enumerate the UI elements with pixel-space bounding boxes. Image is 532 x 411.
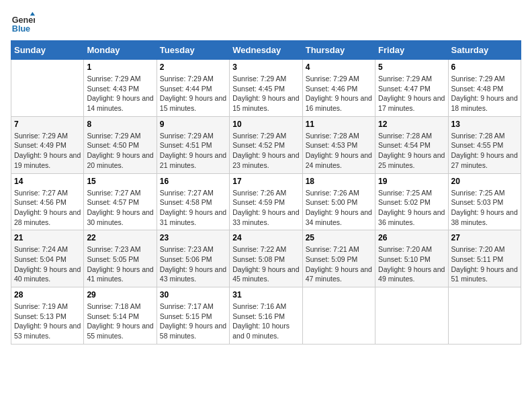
header-cell-tuesday: Tuesday xyxy=(157,41,229,60)
calendar-cell: 9Sunrise: 7:29 AMSunset: 4:51 PMDaylight… xyxy=(157,116,229,173)
calendar-cell xyxy=(11,60,84,117)
day-number: 16 xyxy=(160,177,226,186)
day-number: 22 xyxy=(87,233,153,242)
calendar-cell: 29Sunrise: 7:18 AMSunset: 5:14 PMDayligh… xyxy=(84,287,157,345)
calendar-cell: 2Sunrise: 7:29 AMSunset: 4:44 PMDaylight… xyxy=(157,60,229,117)
calendar-cell: 30Sunrise: 7:17 AMSunset: 5:15 PMDayligh… xyxy=(157,287,229,345)
day-info: Sunrise: 7:25 AMSunset: 5:02 PMDaylight:… xyxy=(378,188,445,228)
calendar-cell: 6Sunrise: 7:29 AMSunset: 4:48 PMDaylight… xyxy=(448,60,521,117)
calendar-cell: 25Sunrise: 7:21 AMSunset: 5:09 PMDayligh… xyxy=(302,230,375,287)
svg-text:Blue: Blue xyxy=(12,24,30,34)
day-info: Sunrise: 7:27 AMSunset: 4:57 PMDaylight:… xyxy=(87,188,153,228)
day-number: 3 xyxy=(232,62,299,72)
day-info: Sunrise: 7:29 AMSunset: 4:51 PMDaylight:… xyxy=(160,131,226,171)
day-info: Sunrise: 7:22 AMSunset: 5:08 PMDaylight:… xyxy=(232,244,299,284)
header-cell-monday: Monday xyxy=(84,41,157,60)
day-info: Sunrise: 7:23 AMSunset: 5:06 PMDaylight:… xyxy=(160,244,226,284)
day-info: Sunrise: 7:29 AMSunset: 4:46 PMDaylight:… xyxy=(306,74,372,113)
day-info: Sunrise: 7:16 AMSunset: 5:16 PMDaylight:… xyxy=(232,302,299,341)
day-number: 25 xyxy=(306,233,372,242)
calendar-cell: 24Sunrise: 7:22 AMSunset: 5:08 PMDayligh… xyxy=(230,230,302,287)
day-number: 14 xyxy=(14,177,81,186)
day-number: 27 xyxy=(451,233,518,242)
day-number: 19 xyxy=(378,177,445,186)
calendar-cell: 20Sunrise: 7:25 AMSunset: 5:03 PMDayligh… xyxy=(448,173,521,230)
day-info: Sunrise: 7:28 AMSunset: 4:55 PMDaylight:… xyxy=(451,131,518,171)
calendar-cell: 19Sunrise: 7:25 AMSunset: 5:02 PMDayligh… xyxy=(375,173,448,230)
day-info: Sunrise: 7:20 AMSunset: 5:10 PMDaylight:… xyxy=(378,244,445,284)
calendar-week-1: 1Sunrise: 7:29 AMSunset: 4:43 PMDaylight… xyxy=(11,60,521,117)
day-number: 15 xyxy=(87,177,153,186)
calendar-cell xyxy=(448,287,521,345)
day-info: Sunrise: 7:29 AMSunset: 4:43 PMDaylight:… xyxy=(87,74,153,113)
calendar-cell: 13Sunrise: 7:28 AMSunset: 4:55 PMDayligh… xyxy=(448,116,521,173)
day-info: Sunrise: 7:29 AMSunset: 4:49 PMDaylight:… xyxy=(14,131,81,171)
calendar-header: SundayMondayTuesdayWednesdayThursdayFrid… xyxy=(11,41,521,60)
page-header: General Blue xyxy=(11,11,521,35)
day-info: Sunrise: 7:26 AMSunset: 5:00 PMDaylight:… xyxy=(306,188,372,228)
calendar-cell: 1Sunrise: 7:29 AMSunset: 4:43 PMDaylight… xyxy=(84,60,157,117)
calendar-cell: 4Sunrise: 7:29 AMSunset: 4:46 PMDaylight… xyxy=(302,60,375,117)
day-number: 6 xyxy=(451,62,518,72)
logo: General Blue xyxy=(11,11,38,35)
day-info: Sunrise: 7:27 AMSunset: 4:56 PMDaylight:… xyxy=(14,188,81,228)
day-info: Sunrise: 7:29 AMSunset: 4:47 PMDaylight:… xyxy=(378,74,445,113)
header-cell-saturday: Saturday xyxy=(448,41,521,60)
day-number: 23 xyxy=(160,233,226,242)
day-info: Sunrise: 7:29 AMSunset: 4:45 PMDaylight:… xyxy=(232,74,299,113)
day-info: Sunrise: 7:19 AMSunset: 5:13 PMDaylight:… xyxy=(14,302,81,341)
header-cell-wednesday: Wednesday xyxy=(230,41,302,60)
calendar-week-4: 21Sunrise: 7:24 AMSunset: 5:04 PMDayligh… xyxy=(11,230,521,287)
calendar-cell: 23Sunrise: 7:23 AMSunset: 5:06 PMDayligh… xyxy=(157,230,229,287)
day-info: Sunrise: 7:17 AMSunset: 5:15 PMDaylight:… xyxy=(160,302,226,341)
calendar-cell: 18Sunrise: 7:26 AMSunset: 5:00 PMDayligh… xyxy=(302,173,375,230)
calendar-cell: 7Sunrise: 7:29 AMSunset: 4:49 PMDaylight… xyxy=(11,116,84,173)
calendar-cell xyxy=(302,287,375,345)
day-info: Sunrise: 7:25 AMSunset: 5:03 PMDaylight:… xyxy=(451,188,518,228)
calendar-cell: 12Sunrise: 7:28 AMSunset: 4:54 PMDayligh… xyxy=(375,116,448,173)
day-info: Sunrise: 7:20 AMSunset: 5:11 PMDaylight:… xyxy=(451,244,518,284)
calendar-cell: 17Sunrise: 7:26 AMSunset: 4:59 PMDayligh… xyxy=(230,173,302,230)
calendar-cell: 16Sunrise: 7:27 AMSunset: 4:58 PMDayligh… xyxy=(157,173,229,230)
calendar-cell: 21Sunrise: 7:24 AMSunset: 5:04 PMDayligh… xyxy=(11,230,84,287)
day-info: Sunrise: 7:23 AMSunset: 5:05 PMDaylight:… xyxy=(87,244,153,284)
calendar-body: 1Sunrise: 7:29 AMSunset: 4:43 PMDaylight… xyxy=(11,60,521,345)
calendar-cell: 5Sunrise: 7:29 AMSunset: 4:47 PMDaylight… xyxy=(375,60,448,117)
calendar-cell: 26Sunrise: 7:20 AMSunset: 5:10 PMDayligh… xyxy=(375,230,448,287)
header-cell-sunday: Sunday xyxy=(11,41,84,60)
calendar-cell: 14Sunrise: 7:27 AMSunset: 4:56 PMDayligh… xyxy=(11,173,84,230)
day-info: Sunrise: 7:24 AMSunset: 5:04 PMDaylight:… xyxy=(14,244,81,284)
day-number: 11 xyxy=(306,120,372,129)
day-info: Sunrise: 7:29 AMSunset: 4:52 PMDaylight:… xyxy=(232,131,299,171)
day-info: Sunrise: 7:26 AMSunset: 4:59 PMDaylight:… xyxy=(232,188,299,228)
day-number: 21 xyxy=(14,233,81,242)
day-number: 18 xyxy=(306,177,372,186)
day-number: 12 xyxy=(378,120,445,129)
day-info: Sunrise: 7:27 AMSunset: 4:58 PMDaylight:… xyxy=(160,188,226,228)
day-info: Sunrise: 7:28 AMSunset: 4:53 PMDaylight:… xyxy=(306,131,372,171)
day-number: 28 xyxy=(14,290,81,300)
logo-icon: General Blue xyxy=(11,11,35,35)
calendar-table: SundayMondayTuesdayWednesdayThursdayFrid… xyxy=(11,40,521,345)
day-info: Sunrise: 7:29 AMSunset: 4:44 PMDaylight:… xyxy=(160,74,226,113)
calendar-week-2: 7Sunrise: 7:29 AMSunset: 4:49 PMDaylight… xyxy=(11,116,521,173)
calendar-cell: 3Sunrise: 7:29 AMSunset: 4:45 PMDaylight… xyxy=(230,60,302,117)
calendar-cell: 31Sunrise: 7:16 AMSunset: 5:16 PMDayligh… xyxy=(230,287,302,345)
calendar-cell: 27Sunrise: 7:20 AMSunset: 5:11 PMDayligh… xyxy=(448,230,521,287)
day-info: Sunrise: 7:18 AMSunset: 5:14 PMDaylight:… xyxy=(87,302,153,341)
day-number: 26 xyxy=(378,233,445,242)
header-cell-friday: Friday xyxy=(375,41,448,60)
day-number: 7 xyxy=(14,120,81,129)
day-number: 9 xyxy=(160,120,226,129)
header-row: SundayMondayTuesdayWednesdayThursdayFrid… xyxy=(11,41,521,60)
day-info: Sunrise: 7:21 AMSunset: 5:09 PMDaylight:… xyxy=(306,244,372,284)
day-number: 29 xyxy=(87,290,153,300)
day-info: Sunrise: 7:28 AMSunset: 4:54 PMDaylight:… xyxy=(378,131,445,171)
calendar-cell: 8Sunrise: 7:29 AMSunset: 4:50 PMDaylight… xyxy=(84,116,157,173)
day-info: Sunrise: 7:29 AMSunset: 4:50 PMDaylight:… xyxy=(87,131,153,171)
day-info: Sunrise: 7:29 AMSunset: 4:48 PMDaylight:… xyxy=(451,74,518,113)
calendar-week-3: 14Sunrise: 7:27 AMSunset: 4:56 PMDayligh… xyxy=(11,173,521,230)
day-number: 13 xyxy=(451,120,518,129)
day-number: 30 xyxy=(160,290,226,300)
day-number: 4 xyxy=(306,62,372,72)
